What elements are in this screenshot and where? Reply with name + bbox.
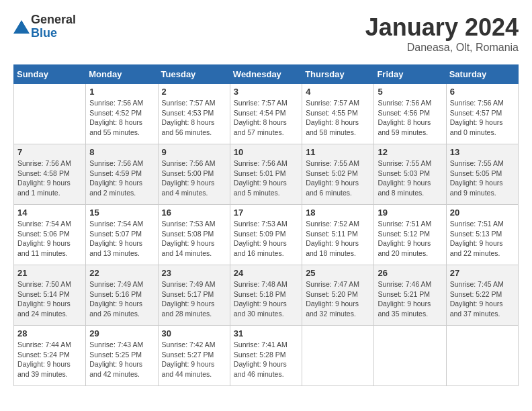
day-info: Sunrise: 7:57 AM Sunset: 4:54 PM Dayligh… bbox=[234, 98, 298, 138]
day-number: 25 bbox=[306, 268, 370, 278]
calendar-cell: 25Sunrise: 7:47 AM Sunset: 5:20 PM Dayli… bbox=[302, 265, 374, 326]
calendar-cell: 20Sunrise: 7:51 AM Sunset: 5:13 PM Dayli… bbox=[446, 205, 518, 265]
calendar-cell: 14Sunrise: 7:54 AM Sunset: 5:06 PM Dayli… bbox=[14, 205, 86, 265]
calendar-cell: 23Sunrise: 7:49 AM Sunset: 5:17 PM Dayli… bbox=[158, 265, 230, 326]
day-number: 10 bbox=[234, 147, 298, 157]
calendar-cell: 3Sunrise: 7:57 AM Sunset: 4:54 PM Daylig… bbox=[230, 84, 302, 144]
calendar-cell: 30Sunrise: 7:42 AM Sunset: 5:27 PM Dayli… bbox=[158, 326, 230, 386]
day-number: 6 bbox=[450, 87, 515, 97]
day-info: Sunrise: 7:53 AM Sunset: 5:09 PM Dayligh… bbox=[234, 219, 298, 259]
header-monday: Monday bbox=[86, 65, 158, 84]
day-info: Sunrise: 7:56 AM Sunset: 4:52 PM Dayligh… bbox=[89, 98, 154, 138]
logo: General Blue bbox=[13, 13, 76, 40]
day-info: Sunrise: 7:55 AM Sunset: 5:02 PM Dayligh… bbox=[306, 158, 370, 198]
calendar-cell: 24Sunrise: 7:48 AM Sunset: 5:18 PM Dayli… bbox=[230, 265, 302, 326]
calendar-week-1: 7Sunrise: 7:56 AM Sunset: 4:58 PM Daylig… bbox=[14, 144, 519, 205]
day-info: Sunrise: 7:56 AM Sunset: 4:59 PM Dayligh… bbox=[89, 158, 154, 198]
day-number: 16 bbox=[162, 208, 226, 218]
day-number: 11 bbox=[306, 147, 370, 157]
svg-marker-0 bbox=[13, 20, 30, 34]
calendar-cell: 8Sunrise: 7:56 AM Sunset: 4:59 PM Daylig… bbox=[86, 144, 158, 205]
day-info: Sunrise: 7:52 AM Sunset: 5:11 PM Dayligh… bbox=[306, 219, 370, 259]
day-info: Sunrise: 7:55 AM Sunset: 5:03 PM Dayligh… bbox=[378, 158, 442, 198]
calendar-table: SundayMondayTuesdayWednesdayThursdayFrid… bbox=[13, 64, 519, 386]
calendar-cell: 9Sunrise: 7:56 AM Sunset: 5:00 PM Daylig… bbox=[158, 144, 230, 205]
day-info: Sunrise: 7:54 AM Sunset: 5:06 PM Dayligh… bbox=[17, 219, 82, 259]
calendar-cell: 5Sunrise: 7:56 AM Sunset: 4:56 PM Daylig… bbox=[374, 84, 446, 144]
header-tuesday: Tuesday bbox=[158, 65, 230, 84]
day-info: Sunrise: 7:49 AM Sunset: 5:17 PM Dayligh… bbox=[162, 279, 226, 319]
logo-icon bbox=[13, 20, 30, 34]
day-info: Sunrise: 7:57 AM Sunset: 4:53 PM Dayligh… bbox=[162, 98, 226, 138]
page-header: General Blue January 2024 Daneasa, Olt, … bbox=[13, 13, 519, 54]
header-sunday: Sunday bbox=[14, 65, 86, 84]
day-info: Sunrise: 7:47 AM Sunset: 5:20 PM Dayligh… bbox=[306, 279, 370, 319]
day-info: Sunrise: 7:54 AM Sunset: 5:07 PM Dayligh… bbox=[89, 219, 154, 259]
logo-blue: Blue bbox=[31, 27, 76, 40]
calendar-cell: 7Sunrise: 7:56 AM Sunset: 4:58 PM Daylig… bbox=[14, 144, 86, 205]
day-number: 15 bbox=[89, 208, 154, 218]
day-info: Sunrise: 7:45 AM Sunset: 5:22 PM Dayligh… bbox=[450, 279, 515, 319]
logo-general: General bbox=[31, 13, 76, 27]
day-info: Sunrise: 7:56 AM Sunset: 4:58 PM Dayligh… bbox=[17, 158, 82, 198]
day-number: 7 bbox=[17, 147, 82, 157]
location: Daneasa, Olt, Romania bbox=[365, 42, 519, 54]
calendar-week-4: 28Sunrise: 7:44 AM Sunset: 5:24 PM Dayli… bbox=[14, 326, 519, 386]
day-number: 20 bbox=[450, 208, 515, 218]
calendar-cell: 2Sunrise: 7:57 AM Sunset: 4:53 PM Daylig… bbox=[158, 84, 230, 144]
day-info: Sunrise: 7:55 AM Sunset: 5:05 PM Dayligh… bbox=[450, 158, 515, 198]
day-number: 23 bbox=[162, 268, 226, 278]
day-number: 14 bbox=[17, 208, 82, 218]
day-info: Sunrise: 7:48 AM Sunset: 5:18 PM Dayligh… bbox=[234, 279, 298, 319]
calendar-week-0: 1Sunrise: 7:56 AM Sunset: 4:52 PM Daylig… bbox=[14, 84, 519, 144]
day-info: Sunrise: 7:51 AM Sunset: 5:13 PM Dayligh… bbox=[450, 219, 515, 259]
day-number: 17 bbox=[234, 208, 298, 218]
day-info: Sunrise: 7:56 AM Sunset: 4:56 PM Dayligh… bbox=[378, 98, 442, 138]
day-number: 19 bbox=[378, 208, 442, 218]
day-number: 9 bbox=[162, 147, 226, 157]
day-info: Sunrise: 7:56 AM Sunset: 5:00 PM Dayligh… bbox=[162, 158, 226, 198]
calendar-cell: 1Sunrise: 7:56 AM Sunset: 4:52 PM Daylig… bbox=[86, 84, 158, 144]
day-number: 12 bbox=[378, 147, 442, 157]
calendar-cell: 15Sunrise: 7:54 AM Sunset: 5:07 PM Dayli… bbox=[86, 205, 158, 265]
day-info: Sunrise: 7:44 AM Sunset: 5:24 PM Dayligh… bbox=[17, 340, 82, 379]
day-number: 21 bbox=[17, 268, 82, 278]
day-info: Sunrise: 7:43 AM Sunset: 5:25 PM Dayligh… bbox=[89, 340, 154, 379]
calendar-week-2: 14Sunrise: 7:54 AM Sunset: 5:06 PM Dayli… bbox=[14, 205, 519, 265]
day-info: Sunrise: 7:56 AM Sunset: 5:01 PM Dayligh… bbox=[234, 158, 298, 198]
header-thursday: Thursday bbox=[302, 65, 374, 84]
calendar-cell: 29Sunrise: 7:43 AM Sunset: 5:25 PM Dayli… bbox=[86, 326, 158, 386]
header-saturday: Saturday bbox=[446, 65, 518, 84]
day-number: 29 bbox=[89, 328, 154, 338]
day-info: Sunrise: 7:49 AM Sunset: 5:16 PM Dayligh… bbox=[89, 279, 154, 319]
day-number: 18 bbox=[306, 208, 370, 218]
day-number: 22 bbox=[89, 268, 154, 278]
day-info: Sunrise: 7:56 AM Sunset: 4:57 PM Dayligh… bbox=[450, 98, 515, 138]
calendar-cell: 26Sunrise: 7:46 AM Sunset: 5:21 PM Dayli… bbox=[374, 265, 446, 326]
calendar-cell: 27Sunrise: 7:45 AM Sunset: 5:22 PM Dayli… bbox=[446, 265, 518, 326]
day-number: 5 bbox=[378, 87, 442, 97]
calendar-cell bbox=[14, 84, 86, 144]
calendar-cell: 28Sunrise: 7:44 AM Sunset: 5:24 PM Dayli… bbox=[14, 326, 86, 386]
day-number: 24 bbox=[234, 268, 298, 278]
day-number: 26 bbox=[378, 268, 442, 278]
day-number: 2 bbox=[162, 87, 226, 97]
month-title: January 2024 bbox=[365, 13, 519, 42]
calendar-cell: 18Sunrise: 7:52 AM Sunset: 5:11 PM Dayli… bbox=[302, 205, 374, 265]
calendar-cell: 22Sunrise: 7:49 AM Sunset: 5:16 PM Dayli… bbox=[86, 265, 158, 326]
day-info: Sunrise: 7:46 AM Sunset: 5:21 PM Dayligh… bbox=[378, 279, 442, 319]
day-info: Sunrise: 7:57 AM Sunset: 4:55 PM Dayligh… bbox=[306, 98, 370, 138]
day-number: 1 bbox=[89, 87, 154, 97]
day-number: 4 bbox=[306, 87, 370, 97]
header-wednesday: Wednesday bbox=[230, 65, 302, 84]
day-number: 13 bbox=[450, 147, 515, 157]
calendar-cell: 4Sunrise: 7:57 AM Sunset: 4:55 PM Daylig… bbox=[302, 84, 374, 144]
logo-text: General Blue bbox=[31, 13, 76, 40]
calendar-cell: 13Sunrise: 7:55 AM Sunset: 5:05 PM Dayli… bbox=[446, 144, 518, 205]
day-number: 28 bbox=[17, 328, 82, 338]
calendar-cell: 31Sunrise: 7:41 AM Sunset: 5:28 PM Dayli… bbox=[230, 326, 302, 386]
calendar-cell: 17Sunrise: 7:53 AM Sunset: 5:09 PM Dayli… bbox=[230, 205, 302, 265]
calendar-header-row: SundayMondayTuesdayWednesdayThursdayFrid… bbox=[14, 65, 519, 84]
day-number: 8 bbox=[89, 147, 154, 157]
day-number: 31 bbox=[234, 328, 298, 338]
